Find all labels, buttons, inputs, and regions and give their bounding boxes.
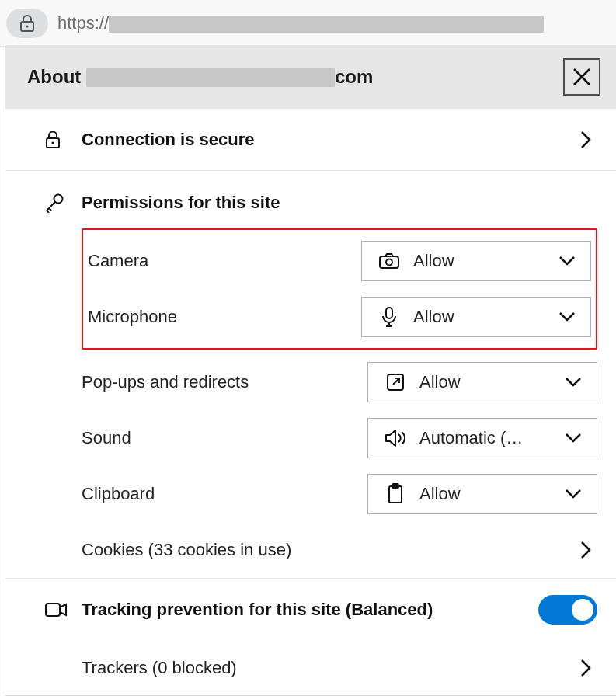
panel-header: About xcom — [5, 45, 616, 109]
url-scheme: https:// — [57, 13, 109, 33]
tracking-label: Tracking prevention for this site (Balan… — [82, 600, 538, 620]
key-icon — [44, 193, 82, 213]
highlighted-permissions: Camera Allow Microphone — [82, 228, 597, 350]
svg-rect-5 — [380, 256, 398, 268]
permission-label: Microphone — [88, 307, 361, 327]
trackers-block: Trackers (0 blocked) — [5, 640, 616, 696]
chevron-down-icon — [558, 256, 576, 266]
address-bar[interactable]: https://x — [0, 0, 616, 47]
chevron-right-icon — [574, 130, 597, 149]
permission-row-camera: Camera Allow — [88, 233, 591, 289]
connection-row[interactable]: Connection is secure — [5, 109, 616, 171]
chevron-right-icon — [574, 659, 597, 677]
popup-icon — [382, 372, 409, 392]
trackers-row[interactable]: Trackers (0 blocked) — [82, 640, 597, 696]
permission-select-clipboard[interactable]: Allow — [367, 474, 597, 514]
svg-point-1 — [26, 25, 28, 27]
close-button[interactable] — [563, 58, 600, 96]
svg-point-4 — [54, 195, 63, 204]
microphone-icon — [376, 306, 402, 328]
chevron-down-icon — [564, 489, 583, 499]
permission-row-popups: Pop-ups and redirects Allow — [82, 354, 597, 410]
tracking-toggle[interactable] — [538, 595, 597, 625]
panel-title: About xcom — [27, 66, 373, 88]
lock-icon — [44, 130, 82, 150]
permission-select-sound[interactable]: Automatic (… — [367, 418, 597, 458]
permission-label: Clipboard — [82, 484, 367, 504]
trackers-label: Trackers (0 blocked) — [82, 658, 574, 678]
svg-rect-7 — [386, 308, 392, 318]
site-identity-button[interactable] — [6, 9, 48, 38]
camera-icon — [376, 252, 402, 270]
permission-label: Pop-ups and redirects — [82, 372, 367, 392]
permission-select-microphone[interactable]: Allow — [361, 297, 591, 337]
svg-point-3 — [51, 141, 54, 144]
toggle-knob — [572, 599, 593, 621]
svg-point-6 — [386, 259, 392, 266]
url-text[interactable]: https://x — [57, 13, 544, 33]
chevron-right-icon — [574, 541, 597, 559]
permission-label: Sound — [82, 428, 367, 448]
permission-row-clipboard: Clipboard Allow — [82, 466, 597, 522]
panel-title-host-blurred: x — [86, 68, 335, 87]
url-host-blurred: x — [109, 16, 544, 33]
permission-label: Camera — [88, 251, 361, 271]
permission-select-popups[interactable]: Allow — [367, 362, 597, 402]
permissions-heading: Permissions for this site — [82, 193, 280, 213]
cookies-row[interactable]: Cookies (33 cookies in use) — [82, 522, 597, 578]
connection-label: Connection is secure — [82, 130, 574, 150]
tracking-prevention-row: Tracking prevention for this site (Balan… — [5, 578, 616, 640]
camera-tracker-icon — [44, 601, 82, 618]
permissions-list: Camera Allow Microphone — [5, 228, 616, 578]
permission-row-sound: Sound Automatic (… — [82, 410, 597, 466]
site-info-panel: About xcom Connection is secure — [5, 45, 616, 696]
chevron-down-icon — [558, 311, 576, 322]
lock-icon — [19, 14, 36, 33]
cookies-label: Cookies (33 cookies in use) — [82, 540, 574, 560]
permissions-heading-row: Permissions for this site — [5, 171, 616, 228]
chevron-down-icon — [564, 433, 583, 444]
chevron-down-icon — [564, 377, 583, 388]
sound-icon — [382, 428, 409, 448]
clipboard-icon — [382, 483, 409, 505]
close-icon — [572, 67, 592, 87]
permission-row-microphone: Microphone Allow — [88, 289, 591, 345]
svg-rect-9 — [389, 486, 402, 503]
svg-rect-11 — [46, 604, 60, 616]
permission-select-camera[interactable]: Allow — [361, 241, 591, 281]
